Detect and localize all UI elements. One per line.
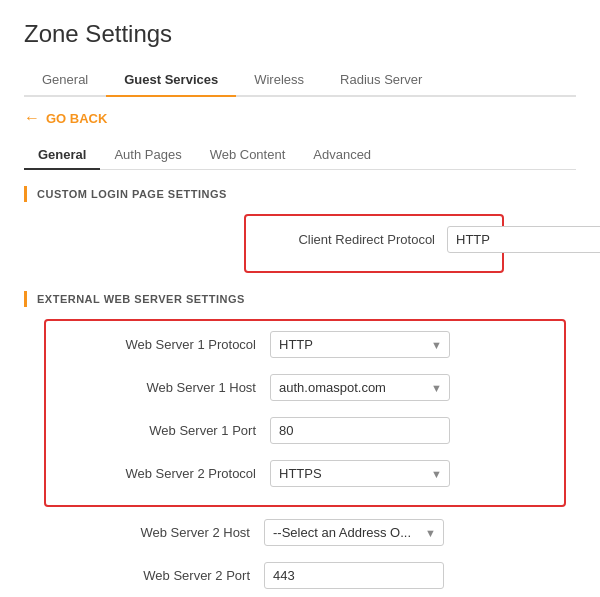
- external-server-highlight-box: Web Server 1 Protocol HTTP HTTPS ▼: [44, 319, 566, 507]
- sub-tabs-container: General Auth Pages Web Content Advanced: [24, 141, 576, 170]
- ws1-protocol-control: HTTP HTTPS ▼: [270, 331, 470, 358]
- ws2-host-select[interactable]: --Select an Address O...: [264, 519, 444, 546]
- go-back-button[interactable]: ← GO BACK: [24, 109, 576, 127]
- ws1-port-control: [270, 417, 470, 444]
- client-redirect-highlight-box: Client Redirect Protocol HTTP HTTPS ▼: [244, 214, 504, 273]
- ws2-port-control: [264, 562, 464, 589]
- ws1-host-row: Web Server 1 Host auth.omaspot.com ▼: [50, 370, 560, 405]
- ws1-host-control: auth.omaspot.com ▼: [270, 374, 470, 401]
- client-redirect-label: Client Redirect Protocol: [252, 232, 447, 247]
- ws2-host-row: Web Server 2 Host --Select an Address O.…: [24, 515, 576, 550]
- go-back-arrow-icon: ←: [24, 109, 40, 127]
- sub-tab-general[interactable]: General: [24, 141, 100, 170]
- client-redirect-select-wrapper: HTTP HTTPS ▼: [447, 226, 600, 253]
- ws2-host-select-wrapper: --Select an Address O... ▼: [264, 519, 444, 546]
- tab-guest-services[interactable]: Guest Services: [106, 64, 236, 97]
- ws1-port-label: Web Server 1 Port: [50, 423, 270, 438]
- ws1-host-select-wrapper: auth.omaspot.com ▼: [270, 374, 450, 401]
- ws2-protocol-select[interactable]: HTTP HTTPS: [270, 460, 450, 487]
- tab-general[interactable]: General: [24, 64, 106, 97]
- ws2-host-label: Web Server 2 Host: [24, 525, 264, 540]
- custom-login-section-title: CUSTOM LOGIN PAGE SETTINGS: [24, 186, 576, 202]
- ws2-port-input[interactable]: [264, 562, 444, 589]
- top-tabs-container: General Guest Services Wireless Radius S…: [24, 64, 576, 97]
- section-border-icon: [24, 186, 27, 202]
- section-border-icon-2: [24, 291, 27, 307]
- external-web-server-section: EXTERNAL WEB SERVER SETTINGS Web Server …: [24, 291, 576, 597]
- sub-tab-advanced[interactable]: Advanced: [299, 141, 385, 170]
- client-redirect-row: Client Redirect Protocol HTTP HTTPS ▼: [252, 224, 496, 255]
- ws1-protocol-select-wrapper: HTTP HTTPS ▼: [270, 331, 450, 358]
- ws2-port-row: Web Server 2 Port: [24, 558, 576, 593]
- ws1-port-row: Web Server 1 Port: [50, 413, 560, 448]
- ws1-host-select[interactable]: auth.omaspot.com: [270, 374, 450, 401]
- ws1-protocol-label: Web Server 1 Protocol: [50, 337, 270, 352]
- ws1-port-input[interactable]: [270, 417, 450, 444]
- sub-tab-auth-pages[interactable]: Auth Pages: [100, 141, 195, 170]
- tab-wireless[interactable]: Wireless: [236, 64, 322, 97]
- sub-tab-web-content[interactable]: Web Content: [196, 141, 300, 170]
- ws2-port-label: Web Server 2 Port: [24, 568, 264, 583]
- go-back-label: GO BACK: [46, 111, 107, 126]
- tab-radius-server[interactable]: Radius Server: [322, 64, 440, 97]
- ws2-host-control: --Select an Address O... ▼: [264, 519, 464, 546]
- ws2-protocol-row: Web Server 2 Protocol HTTP HTTPS ▼: [50, 456, 560, 491]
- external-web-server-section-title: EXTERNAL WEB SERVER SETTINGS: [24, 291, 576, 307]
- page-title: Zone Settings: [24, 20, 576, 48]
- ws1-host-label: Web Server 1 Host: [50, 380, 270, 395]
- client-redirect-control: HTTP HTTPS ▼: [447, 226, 600, 253]
- ws1-protocol-row: Web Server 1 Protocol HTTP HTTPS ▼: [50, 327, 560, 362]
- ws2-protocol-control: HTTP HTTPS ▼: [270, 460, 470, 487]
- ws2-protocol-label: Web Server 2 Protocol: [50, 466, 270, 481]
- ws1-protocol-select[interactable]: HTTP HTTPS: [270, 331, 450, 358]
- custom-login-section: CUSTOM LOGIN PAGE SETTINGS Client Redire…: [24, 186, 576, 273]
- client-redirect-protocol-select[interactable]: HTTP HTTPS: [447, 226, 600, 253]
- ws2-protocol-select-wrapper: HTTP HTTPS ▼: [270, 460, 450, 487]
